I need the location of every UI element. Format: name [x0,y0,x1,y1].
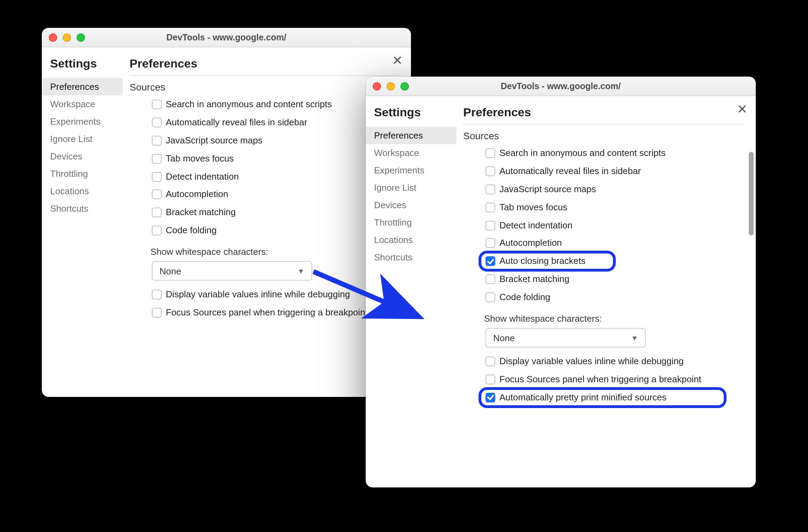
option-label: Search in anonymous and content scripts [499,148,666,159]
checkbox[interactable] [485,166,495,176]
whitespace-select[interactable]: None ▼ [152,261,312,281]
sidebar-item-ignore-list[interactable]: Ignore List [42,130,123,148]
checkbox[interactable] [152,118,162,127]
checkbox[interactable] [485,375,495,384]
option-label: Search in anonymous and content scripts [166,99,332,111]
option-row: Detect indentation [485,220,745,232]
checkbox[interactable] [152,172,162,181]
window-title: DevTools - www.google.com/ [42,32,411,42]
zoom-window-icon[interactable] [401,82,409,90]
option-row: Detect indentation [152,171,400,183]
close-window-icon[interactable] [49,33,57,41]
sidebar-item-locations[interactable]: Locations [42,182,123,200]
option-label: Automatically reveal files in sidebar [166,117,307,129]
zoom-window-icon[interactable] [77,33,85,41]
option-label: JavaScript source maps [166,135,262,147]
option-label: Detect indentation [166,171,239,183]
option-row: Display variable values inline while deb… [485,356,745,368]
sidebar-item-experiments[interactable]: Experiments [366,162,456,179]
titlebar[interactable]: DevTools - www.google.com/ [366,77,756,96]
option-row: Code folding [152,225,400,237]
checkbox[interactable] [152,308,162,318]
preferences-main: Preferences Sources Search in anonymous … [456,96,756,487]
minimize-window-icon[interactable] [387,82,395,90]
section-sources: Sources [130,81,400,93]
option-row: Autocompletion [485,238,745,250]
checkbox[interactable] [152,100,162,109]
titlebar[interactable]: DevTools - www.google.com/ [42,28,411,47]
checkbox[interactable] [152,154,162,163]
option-row: Automatically pretty print minified sour… [485,392,745,404]
option-row: JavaScript source maps [152,135,400,147]
whitespace-label: Show whitespace characters: [484,313,745,324]
checkbox[interactable] [485,148,495,158]
option-row: Focus Sources panel when triggering a br… [152,307,400,319]
sidebar-item-preferences[interactable]: Preferences [366,127,456,144]
option-label: Autocompletion [166,189,228,201]
checkbox[interactable] [485,238,495,248]
checkbox[interactable] [152,208,162,218]
sidebar-item-throttling[interactable]: Throttling [42,165,123,182]
window-title: DevTools - www.google.com/ [366,81,756,91]
checkbox[interactable] [152,226,162,235]
sidebar-item-workspace[interactable]: Workspace [366,144,456,162]
page-title: Preferences [463,106,745,120]
sidebar-item-preferences[interactable]: Preferences [42,78,123,95]
sidebar-title: Settings [366,103,456,127]
option-row: Bracket matching [152,207,400,219]
sidebar-item-shortcuts[interactable]: Shortcuts [42,200,123,217]
sidebar-item-workspace[interactable]: Workspace [42,95,123,113]
option-row: JavaScript source maps [485,184,745,196]
whitespace-select[interactable]: None ▼ [485,328,646,347]
checkbox[interactable] [485,357,495,366]
option-row: Search in anonymous and content scripts [152,99,400,111]
sidebar-item-throttling[interactable]: Throttling [366,214,456,231]
option-label: JavaScript source maps [499,184,596,196]
checkbox[interactable] [485,274,495,284]
option-label: Automatically reveal files in sidebar [499,166,641,178]
option-label: Detect indentation [499,220,573,232]
option-label: Bracket matching [499,274,569,285]
checkbox[interactable] [152,190,162,200]
sidebar-title: Settings [42,54,123,78]
whitespace-value: None [160,266,181,276]
sidebar-item-locations[interactable]: Locations [366,231,456,249]
chevron-down-icon: ▼ [297,267,304,275]
option-label: Tab moves focus [499,202,567,213]
sidebar-item-devices[interactable]: Devices [366,196,456,214]
option-label: Code folding [166,225,217,237]
close-window-icon[interactable] [373,82,381,90]
section-sources: Sources [463,130,745,141]
checkbox[interactable] [485,257,495,266]
option-row: Tab moves focus [485,202,745,213]
checkbox[interactable] [485,220,495,230]
option-row: Display variable values inline while deb… [152,289,400,301]
page-title: Preferences [130,57,400,71]
option-row: Bracket matching [485,274,745,285]
whitespace-value: None [493,332,515,343]
sidebar-item-devices[interactable]: Devices [42,148,123,165]
minimize-window-icon[interactable] [63,33,71,41]
sidebar-item-shortcuts[interactable]: Shortcuts [366,249,456,266]
whitespace-label: Show whitespace characters: [150,247,400,257]
devtools-window-after: DevTools - www.google.com/ ✕ Settings Pr… [366,77,756,487]
option-row: Search in anonymous and content scripts [485,148,745,159]
checkbox[interactable] [152,136,162,146]
option-row: Focus Sources panel when triggering a br… [485,374,745,386]
sidebar-item-experiments[interactable]: Experiments [42,113,123,130]
option-label: Automatically pretty print minified sour… [499,392,667,404]
checkbox[interactable] [485,202,495,212]
sidebar-item-ignore-list[interactable]: Ignore List [366,179,456,196]
option-row: Automatically reveal files in sidebar [485,166,745,178]
scrollbar[interactable] [749,152,754,235]
settings-sidebar: Settings PreferencesWorkspaceExperiments… [42,47,123,397]
checkbox[interactable] [485,185,495,194]
option-row: Auto closing brackets [485,256,745,268]
option-label: Focus Sources panel when triggering a br… [166,307,368,319]
checkbox[interactable] [485,393,495,402]
devtools-window-before: DevTools - www.google.com/ ✕ Settings Pr… [42,28,411,397]
option-label: Bracket matching [166,207,236,219]
checkbox[interactable] [152,290,162,299]
option-label: Autocompletion [499,238,562,250]
checkbox[interactable] [485,292,495,302]
